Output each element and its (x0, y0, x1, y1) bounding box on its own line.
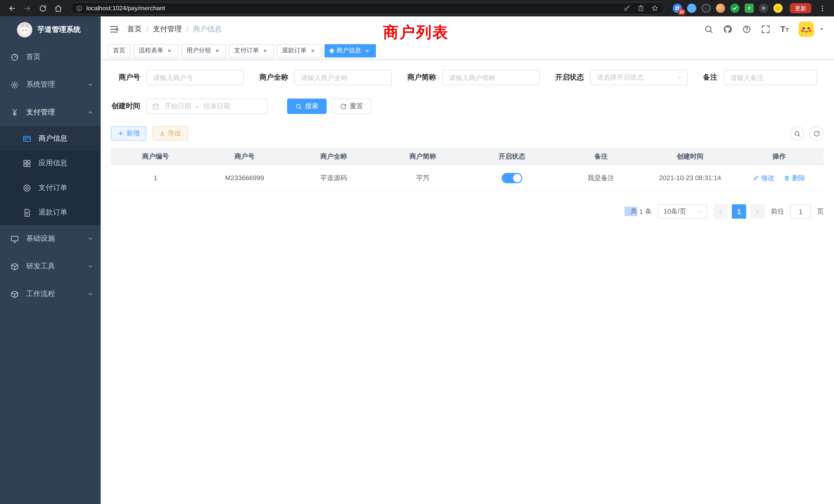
sidebar-toggle-icon[interactable] (109, 24, 119, 35)
status-toggle[interactable] (502, 173, 522, 183)
tab-close-icon[interactable]: × (261, 47, 269, 54)
tab-close-icon[interactable]: × (214, 47, 221, 54)
sidebar-item-refund-orders[interactable]: 退款订单 (0, 200, 101, 225)
create-time-range-picker[interactable]: 开始日期 - 结束日期 (146, 98, 267, 114)
extension-avatar-icon[interactable] (716, 4, 725, 13)
export-button[interactable]: 导出 (153, 126, 188, 141)
grid-icon (23, 159, 31, 167)
sidebar-item-label: 支付管理 (26, 108, 55, 117)
filter-row-2: 创建时间 开始日期 - 结束日期 搜索 重置 (111, 98, 824, 114)
tab-close-icon[interactable]: × (309, 47, 316, 54)
next-page-button[interactable] (750, 204, 765, 219)
chevron-left-icon (718, 208, 724, 214)
browser-home-button[interactable] (51, 2, 65, 15)
logo-avatar (17, 22, 32, 38)
breadcrumb-payment[interactable]: 支付管理 (153, 25, 182, 34)
toggle-search-button[interactable] (790, 126, 804, 141)
remark-label: 备注 (703, 73, 718, 82)
tab-refund-orders[interactable]: 退款订单× (277, 44, 322, 57)
search-button[interactable]: 搜索 (287, 98, 327, 114)
password-key-icon[interactable] (623, 5, 631, 12)
merchant-no-input[interactable] (146, 70, 244, 85)
extension-notes-icon[interactable] (745, 4, 754, 13)
help-icon[interactable] (742, 25, 751, 34)
breadcrumb-separator: / (186, 25, 189, 33)
browser-refresh-button[interactable] (36, 2, 49, 15)
sidebar-item-home[interactable]: 首页 (0, 43, 101, 71)
sidebar-item-payment[interactable]: 支付管理 (0, 98, 101, 126)
prev-page-button[interactable] (713, 204, 728, 219)
extension-smiley-icon[interactable] (773, 4, 783, 13)
app-title: 芋道管理系统 (38, 25, 81, 35)
tab-close-icon[interactable]: × (364, 47, 371, 54)
address-bar[interactable]: localhost:1024/pay/merchant (70, 2, 664, 14)
tab-process-form[interactable]: 流程表单× (133, 44, 178, 57)
tab-pay-orders[interactable]: 支付订单× (229, 44, 274, 57)
sidebar-item-pay-orders[interactable]: 支付订单 (0, 176, 101, 200)
sidebar-item-label: 研发工具 (26, 262, 55, 271)
breadcrumb-home[interactable]: 首页 (127, 25, 142, 34)
page-content: 商户号 商户全称 商户简称 开启状态 请选择开启状态 (101, 60, 834, 504)
github-icon[interactable] (723, 25, 732, 34)
edit-link[interactable]: 修改 (753, 173, 775, 182)
share-icon[interactable] (637, 5, 644, 12)
sidebar-item-merchant-info[interactable]: 商户信息 (0, 126, 101, 151)
user-avatar[interactable] (798, 22, 814, 37)
fullscreen-icon[interactable] (761, 25, 771, 34)
gear-icon (10, 80, 19, 89)
search-icon[interactable] (704, 25, 714, 34)
tab-close-icon[interactable]: × (166, 47, 173, 54)
short-name-label: 商户简称 (407, 73, 436, 82)
pager: 1 (713, 204, 765, 219)
edit-pencil-icon (753, 175, 759, 181)
sidebar-item-dev-tools[interactable]: 研发工具 (0, 253, 101, 280)
tab-label: 首页 (113, 46, 125, 55)
reset-button[interactable]: 重置 (332, 98, 371, 114)
col-header: 备注 (556, 152, 645, 161)
short-name-input[interactable] (442, 70, 540, 85)
refresh-table-button[interactable] (809, 126, 824, 141)
extension-dark-circle-icon[interactable] (702, 4, 711, 13)
filter-row-1: 商户号 商户全称 商户简称 开启状态 请选择开启状态 (111, 70, 824, 85)
extension-grid-icon[interactable]: 10 (673, 4, 682, 13)
sidebar-item-workflow[interactable]: 工作流程 (0, 280, 101, 308)
address-bar-actions (623, 5, 658, 12)
bookmark-star-icon[interactable] (651, 5, 658, 12)
date-start-placeholder: 开始日期 (164, 101, 191, 111)
site-info-icon[interactable] (76, 5, 83, 12)
app-logo[interactable]: 芋道管理系统 (0, 17, 101, 43)
col-header: 商户全称 (289, 152, 378, 161)
page-size-select[interactable]: 10条/页 (658, 204, 707, 219)
date-separator: - (196, 102, 198, 110)
tab-merchant-info[interactable]: 商户信息× (325, 44, 376, 57)
browser-update-button[interactable]: 更新 (790, 3, 811, 13)
remark-input[interactable] (724, 70, 817, 85)
sidebar-item-system[interactable]: 系统管理 (0, 71, 101, 98)
full-name-label: 商户全称 (259, 73, 288, 82)
extension-check-icon[interactable] (730, 4, 740, 13)
tab-user-group[interactable]: 用户分组× (181, 44, 226, 57)
sidebar-item-infrastructure[interactable]: 基础设施 (0, 225, 101, 253)
extension-pinwheel-icon[interactable] (759, 4, 768, 13)
goto-page-input[interactable] (790, 204, 811, 219)
extension-blue-dot-icon[interactable] (687, 4, 696, 13)
font-size-icon[interactable]: TT (780, 25, 789, 33)
back-arrow-icon (8, 4, 16, 12)
chevron-down-icon (676, 74, 682, 81)
trash-icon (784, 175, 790, 181)
browser-forward-button[interactable] (21, 2, 34, 15)
delete-link[interactable]: 删除 (784, 173, 806, 182)
tab-home[interactable]: 首页 (108, 44, 130, 57)
cell-short-name: 芋艿 (378, 173, 467, 182)
avatar-caret-icon[interactable] (818, 26, 825, 32)
browser-back-button[interactable] (5, 2, 19, 15)
status-select[interactable]: 请选择开启状态 (590, 70, 688, 85)
page-1-button[interactable]: 1 (732, 204, 746, 219)
sidebar-item-app-info[interactable]: 应用信息 (0, 151, 101, 176)
add-button[interactable]: 新增 (111, 126, 146, 141)
chevron-down-icon (87, 82, 93, 88)
pagination-total: 共 1 条 (631, 207, 652, 216)
forward-arrow-icon (23, 4, 31, 12)
full-name-input[interactable] (294, 70, 392, 85)
browser-menu-icon[interactable] (815, 2, 829, 15)
